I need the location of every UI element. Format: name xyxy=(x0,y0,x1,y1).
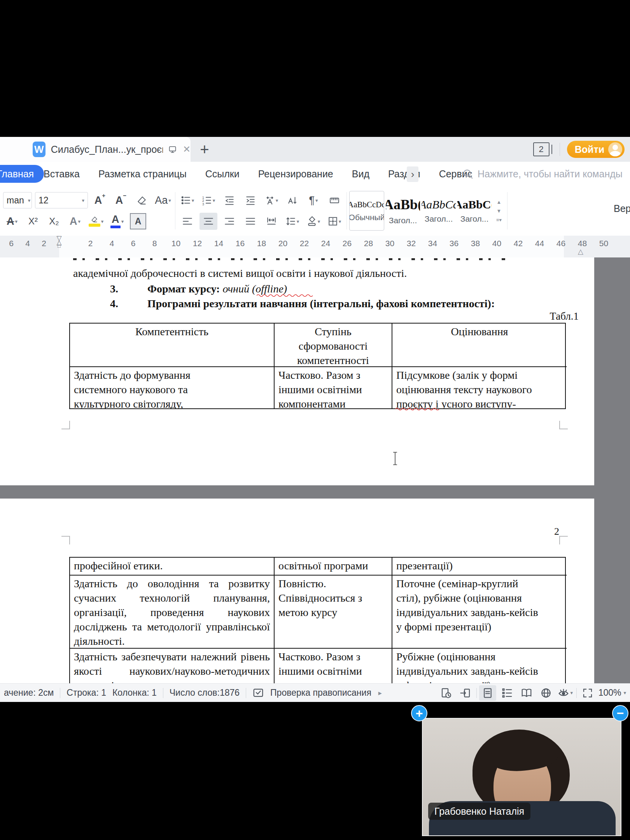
change-case-button[interactable]: Aa▾ xyxy=(154,192,172,209)
shading-button[interactable]: ▾ xyxy=(304,213,322,230)
style-heading1[interactable]: AaBb( Загол... xyxy=(386,191,420,230)
divider xyxy=(560,143,560,156)
document-page-2[interactable]: 2 професійної етики. освітньої програми … xyxy=(0,499,594,683)
strikethrough-button[interactable]: A▾ xyxy=(3,213,21,230)
zoom-level[interactable]: 100% xyxy=(598,688,621,698)
table-cell: Здатність забезпечувати належний рівень … xyxy=(70,649,275,683)
document-canvas[interactable]: академічної доброчесності в системі вищо… xyxy=(0,257,630,683)
document-tab[interactable]: W Силабус_План...ук_проєктами ✕ xyxy=(0,137,191,162)
ruler-number: 12 xyxy=(187,239,208,248)
outline-view-button[interactable] xyxy=(499,685,516,701)
style-sample: AaBb( xyxy=(386,196,420,213)
ruler-number: 18 xyxy=(251,239,272,248)
shrink-font-button[interactable]: A− xyxy=(112,192,130,209)
text-cursor xyxy=(392,451,398,466)
export-button[interactable] xyxy=(457,685,474,701)
document-page-1[interactable]: академічної доброчесності в системі вищо… xyxy=(0,257,594,485)
align-right-button[interactable] xyxy=(220,213,238,230)
paragraph-text: академічної доброчесності в системі вищо… xyxy=(73,266,407,280)
menu-tab-4[interactable]: Вид xyxy=(352,168,369,180)
ruler-number: 42 xyxy=(508,239,529,248)
ruler-number: 28 xyxy=(358,239,379,248)
decrease-indent-button[interactable] xyxy=(220,192,238,209)
menu-tab-3[interactable]: Рецензирование xyxy=(258,168,333,180)
line-spacing-button[interactable]: ▾ xyxy=(284,213,301,230)
style-normal[interactable]: AaBbCcDd Обычный xyxy=(349,191,384,231)
login-button[interactable]: Войти xyxy=(567,141,625,158)
numbered-list-button[interactable]: ▾ xyxy=(200,192,217,209)
align-left-button[interactable] xyxy=(178,213,196,230)
text-direction-button[interactable]: ▾ xyxy=(262,192,280,209)
align-center-button[interactable] xyxy=(200,213,217,230)
web-layout-button[interactable] xyxy=(537,685,555,701)
menu-tab-0[interactable]: Вставка xyxy=(44,168,80,180)
line-indicator: Строка: 1 xyxy=(66,688,106,698)
menu-tab-home[interactable]: Главная xyxy=(0,165,44,183)
distribute-button[interactable] xyxy=(262,213,280,230)
ruler-number: 30 xyxy=(379,239,401,248)
tab-close-icon[interactable]: ✕ xyxy=(183,144,191,155)
eye-protection-button[interactable]: ▾ xyxy=(557,685,574,701)
word-count[interactable]: Число слов:1876 xyxy=(170,688,240,698)
grow-font-button[interactable]: A+ xyxy=(91,192,109,209)
justify-button[interactable] xyxy=(242,213,259,230)
webcam-minimize-button[interactable]: − xyxy=(612,705,628,721)
webcam-enlarge-button[interactable]: + xyxy=(411,705,427,721)
clear-format-button[interactable] xyxy=(133,192,151,209)
command-search[interactable]: Нажмите, чтобы найти команды xyxy=(462,162,630,186)
bullet-list-button[interactable]: ▾ xyxy=(178,192,196,209)
styles-scroll-up-icon[interactable]: ▲ xyxy=(497,200,502,205)
subscript-button[interactable]: X₂ xyxy=(45,213,63,230)
new-tab-button[interactable]: + xyxy=(194,139,215,159)
spellcheck-label[interactable]: Проверка правописания xyxy=(270,688,371,698)
font-name-select[interactable]: man▾ xyxy=(3,192,32,208)
spellcheck-expand-icon[interactable]: ▸ xyxy=(378,689,382,697)
ruler-number: 46 xyxy=(550,239,572,248)
tab-stops-button[interactable] xyxy=(326,192,343,209)
present-monitor-icon[interactable] xyxy=(168,144,177,154)
style-heading3[interactable]: AaBbC( Загол... xyxy=(457,191,492,230)
style-label: Обычный xyxy=(349,213,384,222)
menu-tab-2[interactable]: Ссылки xyxy=(205,168,240,180)
window-count: 2 xyxy=(539,144,544,154)
increase-indent-button[interactable] xyxy=(242,192,259,209)
page-number: 2 xyxy=(554,526,559,537)
font-group: man▾ 12▾ A+ A− Aa▾ A▾ X² X₂ A▾ ▾ A▾ A xyxy=(0,186,175,236)
read-mode-button[interactable] xyxy=(518,685,535,701)
layout-group-label[interactable]: Верст xyxy=(614,203,630,214)
fullscreen-button[interactable] xyxy=(579,685,596,701)
table-cell: Рубіжне (оцінювання індивідуальних завда… xyxy=(392,649,567,683)
superscript-button[interactable]: X² xyxy=(24,213,42,230)
text-effects-button[interactable]: A▾ xyxy=(66,213,84,230)
highlight-color-button[interactable]: ▾ xyxy=(87,213,105,230)
table-cell: Частково. Разом з іншими освітніми компо… xyxy=(275,649,392,683)
styles-expand-icon[interactable]: ≡▾ xyxy=(496,217,502,222)
menu-overflow-chevron[interactable]: › xyxy=(407,166,418,182)
table-cell: Підсумкове (залік у формі оцінювання тек… xyxy=(392,366,567,408)
login-label: Войти xyxy=(575,144,604,155)
borders-button[interactable]: ▾ xyxy=(326,213,343,230)
divider xyxy=(60,688,60,698)
history-version-button[interactable] xyxy=(438,685,455,701)
font-color-button[interactable]: A▾ xyxy=(108,213,126,230)
wps-writer-icon: W xyxy=(33,142,46,157)
horizontal-ruler[interactable]: 642 246810121416182022242628303234363840… xyxy=(0,236,630,258)
indent-marker[interactable]: ▽△□ xyxy=(54,236,64,248)
ruler-number: 38 xyxy=(465,239,486,248)
ruler-number: 6 xyxy=(122,239,144,248)
ruler-number: 32 xyxy=(401,239,422,248)
webcam-video[interactable]: Грабовенко Наталія xyxy=(422,718,621,836)
show-marks-button[interactable]: ¶▾ xyxy=(304,192,322,209)
ruler-number: 26 xyxy=(336,239,358,248)
zoom-dropdown-icon[interactable]: ▾ xyxy=(623,690,626,696)
sort-button[interactable] xyxy=(284,192,301,209)
character-border-button[interactable]: A xyxy=(129,213,147,230)
ruler-number: 24 xyxy=(315,239,336,248)
page-view-button[interactable] xyxy=(479,685,496,701)
window-manager-icon[interactable]: 2 xyxy=(533,142,550,156)
menu-tab-1[interactable]: Разметка страницы xyxy=(98,168,187,180)
style-heading2[interactable]: AaBbCc Загол... xyxy=(422,191,456,230)
styles-scroll-down-icon[interactable]: ▼ xyxy=(497,208,502,214)
right-indent-marker[interactable]: △ xyxy=(578,247,583,256)
font-size-select[interactable]: 12▾ xyxy=(35,192,88,208)
